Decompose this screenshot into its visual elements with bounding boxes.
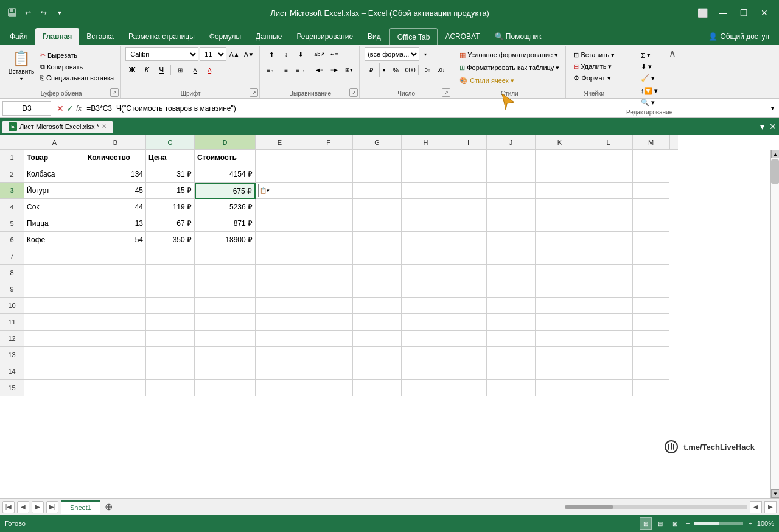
- customize-qat-button[interactable]: ▾: [52, 5, 67, 20]
- cell-J11[interactable]: [487, 314, 536, 331]
- font-color-button[interactable]: A̲: [203, 63, 216, 77]
- cell-M13[interactable]: [633, 347, 669, 363]
- cell-B8[interactable]: [85, 265, 146, 281]
- cell-I7[interactable]: [450, 248, 487, 265]
- cell-H13[interactable]: [402, 347, 450, 363]
- redo-button[interactable]: ↪: [37, 5, 51, 20]
- cell-G10[interactable]: [353, 298, 402, 314]
- quick-access-toolbar[interactable]: ↩ ↪ ▾: [5, 5, 67, 20]
- cell-K11[interactable]: [536, 314, 584, 331]
- align-top-button[interactable]: ⬆: [265, 47, 278, 61]
- cell-K7[interactable]: [536, 248, 584, 265]
- cell-B14[interactable]: [85, 363, 146, 380]
- tab-acrobat[interactable]: ACROBAT: [438, 28, 487, 45]
- cell-M1[interactable]: [633, 150, 669, 166]
- cell-E2[interactable]: [256, 166, 304, 183]
- cell-H3[interactable]: [402, 183, 450, 199]
- currency-dropdown[interactable]: ▾: [379, 63, 388, 77]
- align-center-button[interactable]: ≡: [279, 63, 293, 77]
- cell-M2[interactable]: [633, 166, 669, 183]
- sheet-first-button[interactable]: |◀: [2, 501, 15, 513]
- cell-C1[interactable]: Цена: [146, 150, 195, 166]
- cell-E6[interactable]: [256, 232, 304, 248]
- paste-special-button[interactable]: ⎘ Специальная вставка: [38, 73, 116, 83]
- format-cells-button[interactable]: ⚙ Формат ▾: [571, 73, 613, 83]
- cell-A7[interactable]: [24, 248, 85, 265]
- cell-C5[interactable]: 67 ₽: [146, 215, 195, 232]
- cell-K13[interactable]: [536, 347, 584, 363]
- cell-L5[interactable]: [584, 215, 633, 232]
- normal-view-button[interactable]: ⊞: [640, 517, 652, 530]
- cell-D7[interactable]: [195, 248, 256, 265]
- autosum-button[interactable]: Σ ▾: [638, 50, 653, 60]
- percent-format-button[interactable]: %: [389, 63, 402, 77]
- cell-G7[interactable]: [353, 248, 402, 265]
- cell-J10[interactable]: [487, 298, 536, 314]
- col-header-F[interactable]: F: [304, 135, 353, 150]
- cell-H4[interactable]: [402, 199, 450, 215]
- cell-E10[interactable]: [256, 298, 304, 314]
- font-size-select[interactable]: 11: [200, 47, 226, 61]
- cell-F2[interactable]: [304, 166, 353, 183]
- cell-E1[interactable]: [256, 150, 304, 166]
- cell-K10[interactable]: [536, 298, 584, 314]
- cell-D15[interactable]: [195, 380, 256, 396]
- cell-A4[interactable]: Сок: [24, 199, 85, 215]
- cell-E8[interactable]: [256, 265, 304, 281]
- scroll-left-button[interactable]: ◀: [750, 501, 762, 513]
- cell-K2[interactable]: [536, 166, 584, 183]
- align-middle-button[interactable]: ↕: [279, 47, 293, 61]
- cell-M14[interactable]: [633, 363, 669, 380]
- cell-L1[interactable]: [584, 150, 633, 166]
- cell-L6[interactable]: [584, 232, 633, 248]
- increase-font-button[interactable]: A▲: [228, 47, 241, 61]
- formula-expand-button[interactable]: ▾: [768, 101, 777, 116]
- sheet-last-button[interactable]: ▶|: [46, 501, 58, 513]
- cell-I15[interactable]: [450, 380, 487, 396]
- cell-K5[interactable]: [536, 215, 584, 232]
- cell-G6[interactable]: [353, 232, 402, 248]
- cell-I9[interactable]: [450, 281, 487, 298]
- font-expand[interactable]: ↗: [250, 88, 258, 97]
- row-header-10[interactable]: 10: [0, 298, 24, 314]
- cell-B1[interactable]: Количество: [85, 150, 146, 166]
- scroll-up-button[interactable]: ▲: [771, 150, 779, 158]
- cell-D3[interactable]: 675 ₽: [195, 183, 256, 199]
- restore-window-button[interactable]: ⬜: [693, 4, 712, 21]
- conditional-formatting-button[interactable]: ▦ Условное форматирование ▾: [457, 50, 561, 60]
- insert-cells-button[interactable]: ⊞ Вставить ▾: [571, 50, 617, 60]
- cell-B10[interactable]: [85, 298, 146, 314]
- cell-J5[interactable]: [487, 215, 536, 232]
- cell-K4[interactable]: [536, 199, 584, 215]
- currency-format-button[interactable]: ₽: [365, 63, 378, 77]
- cell-H11[interactable]: [402, 314, 450, 331]
- cell-A14[interactable]: [24, 363, 85, 380]
- cell-A10[interactable]: [24, 298, 85, 314]
- cell-G11[interactable]: [353, 314, 402, 331]
- cell-G15[interactable]: [353, 380, 402, 396]
- delete-cells-button[interactable]: ⊟ Удалить ▾: [571, 61, 614, 72]
- h-scroll-thumb[interactable]: [565, 505, 613, 509]
- cell-C7[interactable]: [146, 248, 195, 265]
- cell-B12[interactable]: [85, 331, 146, 347]
- cell-F9[interactable]: [304, 281, 353, 298]
- paste-options-button[interactable]: 📋▾: [258, 184, 271, 197]
- row-header-3[interactable]: 3: [0, 183, 24, 199]
- cell-M12[interactable]: [633, 331, 669, 347]
- cell-M5[interactable]: [633, 215, 669, 232]
- cell-E12[interactable]: [256, 331, 304, 347]
- workbook-close-button[interactable]: ✕: [769, 122, 777, 131]
- format-as-table-button[interactable]: ⊞ Форматировать как таблицу ▾: [457, 63, 562, 73]
- cell-L14[interactable]: [584, 363, 633, 380]
- row-header-1[interactable]: 1: [0, 150, 24, 166]
- cell-M4[interactable]: [633, 199, 669, 215]
- cell-A13[interactable]: [24, 347, 85, 363]
- col-header-I[interactable]: I: [450, 135, 487, 150]
- cell-M11[interactable]: [633, 314, 669, 331]
- cell-G8[interactable]: [353, 265, 402, 281]
- cell-C3[interactable]: 15 ₽: [146, 183, 195, 199]
- cell-B15[interactable]: [85, 380, 146, 396]
- cell-B3[interactable]: 45: [85, 183, 146, 199]
- cell-L10[interactable]: [584, 298, 633, 314]
- cell-styles-button[interactable]: 🎨 Стили ячеек ▾: [457, 75, 517, 86]
